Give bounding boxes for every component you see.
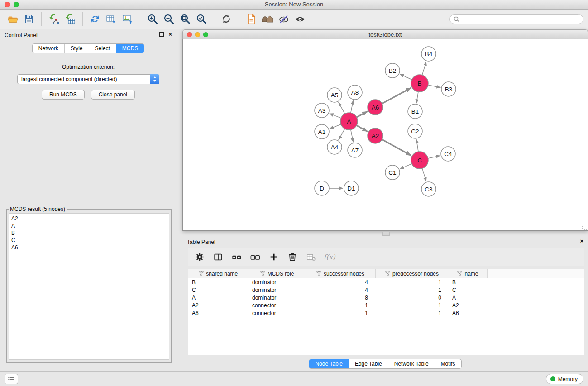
cell-predecessor-nodes[interactable]: 1 (375, 301, 449, 309)
search-input[interactable] (462, 15, 579, 23)
edge-B-B2[interactable] (400, 74, 412, 80)
search-box[interactable] (449, 14, 583, 24)
table-tab-motifs[interactable]: Motifs (435, 359, 461, 368)
function-builder-button[interactable]: f(x) (324, 250, 335, 264)
edge-C-C2[interactable] (416, 139, 418, 152)
resize-grip[interactable] (582, 225, 588, 230)
node-C3[interactable]: C3 (421, 182, 436, 196)
node-A[interactable]: A (340, 113, 358, 130)
float-panel-icon[interactable] (159, 32, 164, 37)
node-A7[interactable]: A7 (348, 143, 362, 157)
node-A6[interactable]: A6 (368, 100, 383, 115)
cell-successor-nodes[interactable]: 4 (306, 286, 375, 294)
node-C4[interactable]: C4 (441, 147, 455, 161)
close-panel-icon[interactable]: × (168, 32, 172, 37)
select-all-button[interactable] (231, 250, 243, 264)
edge-A-A7[interactable] (351, 130, 354, 143)
node-A5[interactable]: A5 (327, 88, 342, 102)
cell-mcds-role[interactable]: dominator (249, 286, 306, 294)
edge-A-A2[interactable] (357, 125, 368, 132)
cell-name[interactable]: A (449, 294, 487, 301)
optimization-criterion-select[interactable]: largest connected component (directed) (17, 74, 159, 84)
network-window-titlebar[interactable]: testGlobe.txt (182, 29, 588, 39)
run-mcds-button[interactable]: Run MCDS (42, 90, 85, 100)
hide-panel-button[interactable] (276, 10, 292, 28)
tab-select[interactable]: Select (89, 44, 116, 53)
new-network-button[interactable] (87, 10, 103, 28)
table-settings-button[interactable] (194, 250, 206, 264)
node-D[interactable]: D (315, 181, 329, 195)
table-row[interactable]: A6connector11A6 (188, 309, 584, 317)
table-tab-edge-table[interactable]: Edge Table (349, 359, 388, 368)
edge-B-B1[interactable] (416, 92, 418, 103)
edge-A-A3[interactable] (330, 114, 341, 118)
mcds-result-list[interactable]: A2ABCA6 (9, 213, 169, 360)
close-panel-button[interactable]: Close panel (91, 90, 135, 100)
cell-name[interactable]: A2 (449, 301, 487, 309)
node-C1[interactable]: C1 (385, 165, 400, 180)
cell-successor-nodes[interactable]: 4 (306, 278, 375, 286)
delete-row-button[interactable] (287, 250, 298, 264)
edge-A-A4[interactable] (339, 129, 345, 140)
node-B4[interactable]: B4 (421, 47, 436, 61)
node-A3[interactable]: A3 (315, 103, 329, 118)
column-header-predecessor-nodes[interactable]: predecessor nodes (375, 269, 449, 278)
close-panel-icon[interactable]: × (580, 239, 583, 243)
mcds-result-item[interactable]: A (11, 222, 167, 229)
task-history-button[interactable] (5, 374, 18, 384)
panel-splitter-handle[interactable] (382, 232, 390, 236)
cell-predecessor-nodes[interactable]: 0 (375, 294, 449, 301)
home-button[interactable] (259, 10, 276, 28)
table-tab-network-table[interactable]: Network Table (388, 359, 435, 368)
node-B[interactable]: B (411, 75, 428, 92)
node-B2[interactable]: B2 (385, 63, 400, 78)
table-row[interactable]: A2connector11A2 (188, 301, 584, 309)
edge-C-C3[interactable] (422, 168, 426, 181)
cell-successor-nodes[interactable]: 8 (306, 294, 375, 301)
close-network-window-button[interactable] (187, 32, 192, 37)
edge-A6-B[interactable] (382, 88, 411, 104)
add-row-button[interactable] (268, 250, 280, 264)
refresh-button[interactable] (218, 10, 234, 28)
cell-name[interactable]: A6 (449, 309, 487, 317)
cell-shared-name[interactable]: A2 (188, 301, 249, 309)
cell-predecessor-nodes[interactable]: 1 (375, 278, 449, 286)
float-panel-icon[interactable] (571, 239, 575, 243)
cell-shared-name[interactable]: C (188, 286, 249, 294)
mcds-result-item[interactable]: C (11, 237, 167, 244)
save-session-button[interactable] (21, 10, 37, 28)
cell-predecessor-nodes[interactable]: 1 (375, 309, 449, 317)
show-panel-button[interactable] (292, 10, 308, 28)
edge-B-B3[interactable] (428, 85, 441, 88)
mcds-result-item[interactable]: A6 (11, 244, 167, 251)
node-B1[interactable]: B1 (408, 104, 422, 119)
node-A2[interactable]: A2 (368, 128, 383, 143)
column-header-mcds-role[interactable]: MCDS role (249, 269, 306, 278)
delete-table-button[interactable] (305, 250, 317, 264)
memory-button[interactable]: Memory (546, 374, 583, 384)
table-row[interactable]: Adominator80A (188, 294, 584, 301)
zoom-fit-button[interactable] (177, 10, 193, 28)
edge-A-A1[interactable] (330, 124, 341, 129)
cell-mcds-role[interactable]: connector (249, 301, 306, 309)
zoom-window-button[interactable] (14, 2, 19, 7)
zoom-out-button[interactable] (161, 10, 177, 28)
import-network-button[interactable] (46, 10, 62, 28)
export-image-button[interactable] (120, 10, 136, 28)
node-C[interactable]: C (411, 152, 428, 169)
table-tab-node-table[interactable]: Node Table (309, 359, 349, 368)
column-header-name[interactable]: name (449, 269, 487, 278)
cell-predecessor-nodes[interactable]: 1 (375, 286, 449, 294)
cell-successor-nodes[interactable]: 1 (306, 301, 375, 309)
tab-style[interactable]: Style (64, 44, 89, 53)
node-C2[interactable]: C2 (408, 124, 422, 138)
open-file-button[interactable] (5, 10, 21, 28)
cell-shared-name[interactable]: B (188, 278, 249, 286)
cell-name[interactable]: C (449, 286, 487, 294)
zoom-selected-button[interactable] (193, 10, 210, 28)
mcds-result-item[interactable]: B (11, 229, 167, 237)
zoom-network-window-button[interactable] (203, 32, 208, 37)
node-A1[interactable]: A1 (315, 124, 329, 139)
close-window-button[interactable] (5, 2, 10, 7)
column-header-successor-nodes[interactable]: successor nodes (306, 269, 375, 278)
